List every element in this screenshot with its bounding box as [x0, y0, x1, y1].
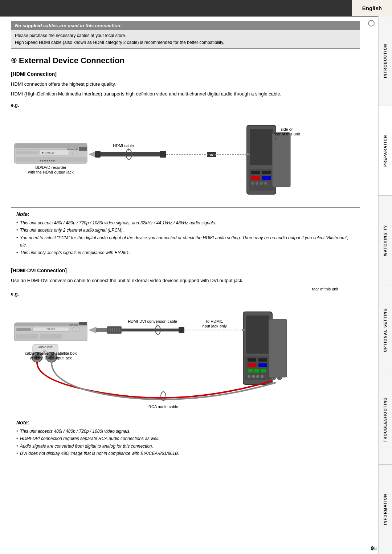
svg-marker-58 [89, 327, 96, 333]
sidebar-preparation: PREPARATION [379, 106, 392, 195]
svg-rect-82 [248, 369, 253, 372]
svg-text:input jack only: input jack only [201, 324, 227, 328]
svg-rect-81 [258, 363, 267, 367]
svg-text:DVI OUT: DVI OUT [70, 324, 79, 326]
svg-rect-45 [16, 334, 38, 339]
section-title: ④ External Device Connection [11, 56, 360, 65]
svg-text:■ ■ ■ ■ ■ ■ ■: ■ ■ ■ ■ ■ ■ ■ [40, 159, 54, 162]
notice-title: No supplied cables are used in this conn… [11, 21, 360, 30]
sidebar-troubleshooting: TROUBLESHOOTING [379, 375, 392, 464]
svg-rect-25 [251, 176, 260, 180]
svg-rect-26 [262, 176, 271, 180]
svg-point-29 [260, 182, 263, 185]
svg-point-86 [252, 375, 255, 378]
hdmi-diagram-svg: ▶ 0:01:29 ■ ■ ■ ■ ■ ■ ■ HDMI OUT HDMI [11, 111, 359, 201]
hdmi-dvi-eg-label: e.g. [11, 291, 19, 297]
svg-rect-79 [258, 358, 267, 362]
svg-rect-76 [246, 315, 269, 354]
svg-text:BD/DVD recorder: BD/DVD recorder [35, 165, 66, 170]
hdmi-note-item-1: This unit accepts 480i / 480p / 720p / 1… [16, 219, 355, 227]
hdmi-section: [HDMI Connection] HDMI connection offers… [11, 71, 360, 260]
hdmi-dvi-note-item-4: DVI does not display 480i image that is … [16, 450, 355, 457]
svg-rect-48 [79, 322, 87, 325]
svg-rect-83 [254, 369, 259, 372]
hdmi-para-2: HDMI (High-Definition Multimedia Interfa… [11, 90, 360, 98]
hdmi-dvi-note-title: Note: [16, 420, 355, 425]
hdmi-dvi-rear-label: rear of this unit [312, 287, 338, 291]
svg-text:cable receiver or satellite bo: cable receiver or satellite box [25, 351, 77, 355]
svg-rect-12 [96, 152, 162, 156]
svg-rect-1 [15, 143, 87, 148]
page-en: EN [372, 547, 377, 551]
hdmi-dvi-diagram: ER 129 DVI OUT AUDIO OUT L R [11, 301, 360, 410]
svg-rect-31 [272, 133, 290, 187]
hdmi-dvi-note-item-3: Audio signals are converted from digital… [16, 443, 355, 450]
svg-text:with the HDMI output jack: with the HDMI output jack [28, 170, 74, 174]
svg-rect-41 [16, 328, 31, 331]
svg-text:HDMI OUT: HDMI OUT [67, 148, 78, 150]
svg-rect-80 [248, 363, 256, 367]
notice-line-1: Please purchase the necessary cables at … [15, 32, 356, 39]
section-title-text: External Device Connection [19, 56, 124, 65]
hdmi-dvi-note-item-1: This unit accepts 480i / 480p / 720p / 1… [16, 428, 355, 435]
svg-rect-23 [251, 171, 260, 174]
svg-rect-6 [73, 151, 77, 155]
hdmi-note-item-4: This unit only accepts signals in compli… [16, 249, 355, 256]
svg-point-27 [251, 182, 254, 185]
svg-text:ER 129: ER 129 [46, 328, 55, 330]
svg-text:AUDIO OUT: AUDIO OUT [38, 346, 53, 349]
language-tab: English [352, 0, 392, 16]
svg-rect-70 [179, 327, 184, 333]
svg-rect-78 [248, 358, 256, 362]
svg-text:HDMI-DVI conversion cable: HDMI-DVI conversion cable [128, 319, 177, 323]
hdmi-dvi-note-item-2: HDMI-DVI connection requires separate RC… [16, 435, 355, 442]
svg-rect-13 [95, 151, 101, 158]
sidebar-watching-tv: WATCHING TV [379, 195, 392, 285]
hdmi-note-item-2: This unit accepts only 2 channel audio s… [16, 227, 355, 234]
svg-text:side or: side or [281, 127, 293, 131]
notice-body: Please purchase the necessary cables at … [11, 30, 360, 48]
hdmi-heading: [HDMI Connection] [11, 71, 360, 77]
sidebar-information: INFORMATION [379, 464, 392, 554]
hdmi-eg-label: e.g. [11, 102, 360, 108]
hdmi-para-1: HDMI connection offers the highest pictu… [11, 81, 360, 88]
svg-point-88 [261, 375, 264, 378]
svg-point-30 [264, 182, 267, 185]
svg-rect-10 [79, 147, 87, 151]
hdmi-diagram: ▶ 0:01:29 ■ ■ ■ ■ ■ ■ ■ HDMI OUT HDMI [11, 111, 360, 201]
svg-rect-84 [261, 369, 266, 372]
hdmi-dvi-para-1: Use an HDMI-DVI conversion cable to conn… [11, 277, 360, 285]
svg-rect-93 [269, 319, 287, 377]
sidebar-optional-setting: OPTIONAL SETTING [379, 285, 392, 375]
svg-text:HDMI cable: HDMI cable [113, 143, 134, 148]
circle-indicator [368, 20, 375, 27]
top-divider [0, 16, 378, 17]
svg-point-87 [256, 375, 259, 378]
svg-rect-21 [250, 129, 273, 165]
right-sidebar: INTRODUCTION PREPARATION WATCHING TV OPT… [378, 16, 392, 554]
main-content: No supplied cables are used in this conn… [0, 21, 378, 478]
svg-rect-46 [40, 334, 62, 339]
svg-point-85 [248, 375, 250, 378]
svg-text:RCA audio cable: RCA audio cable [148, 404, 178, 409]
section-number-icon: ④ [11, 57, 17, 65]
notice-line-2: High Speed HDMI cable (also known as HDM… [15, 39, 356, 46]
hdmi-dvi-diagram-svg: ER 129 DVI OUT AUDIO OUT L R [11, 301, 359, 414]
svg-text:To HDMI1: To HDMI1 [205, 319, 223, 323]
hdmi-note-item-3: You need to select "PCM" for the digital… [16, 234, 355, 249]
svg-rect-68 [122, 329, 180, 331]
svg-rect-14 [160, 151, 166, 158]
svg-text:▶ 0:01:29: ▶ 0:01:29 [42, 151, 54, 154]
notice-box: No supplied cables are used in this conn… [11, 21, 360, 49]
svg-rect-3 [16, 151, 38, 154]
svg-rect-24 [262, 171, 271, 174]
svg-text:with the DVI output jack: with the DVI output jack [29, 356, 72, 360]
hdmi-dvi-section: [HDMI-DVI Connection] Use an HDMI-DVI co… [11, 268, 360, 461]
hdmi-note-box: Note: This unit accepts 480i / 480p / 72… [11, 207, 360, 260]
svg-point-28 [256, 182, 258, 185]
hdmi-dvi-note-box: Note: This unit accepts 480i / 480p / 72… [11, 416, 360, 461]
svg-rect-44 [73, 327, 80, 331]
top-bar: English [0, 0, 392, 16]
svg-text:rear of this unit: rear of this unit [274, 132, 300, 136]
svg-rect-59 [96, 328, 107, 332]
